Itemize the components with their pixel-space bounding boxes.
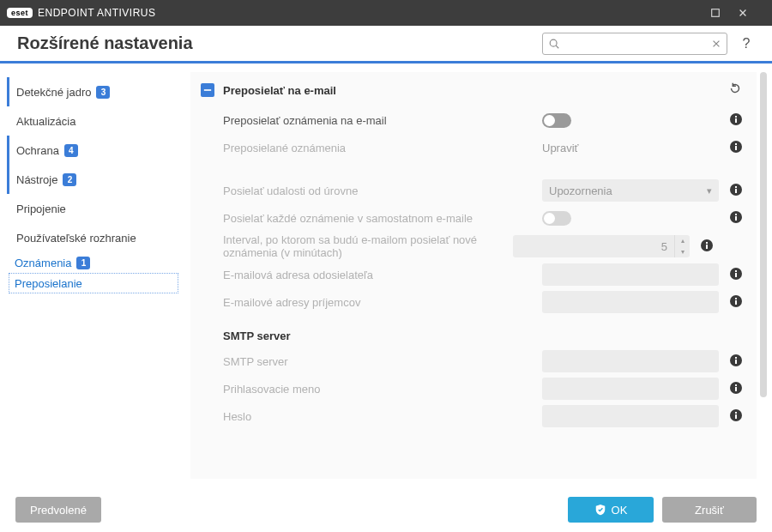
svg-rect-13 bbox=[735, 216, 737, 221]
brand: eset ENDPOINT ANTIVIRUS bbox=[7, 7, 155, 19]
info-icon[interactable] bbox=[729, 140, 743, 154]
row-label: E-mailová adresa odosielateľa bbox=[223, 269, 535, 281]
sidebar-subitem-preposielanie[interactable]: Preposielanie bbox=[9, 273, 178, 293]
info-icon[interactable] bbox=[729, 183, 743, 196]
svg-rect-11 bbox=[735, 186, 737, 188]
sidebar-item-label: Pripojenie bbox=[16, 203, 66, 215]
row-label: Preposielať oznámenia na e-mail bbox=[223, 114, 535, 127]
info-icon[interactable] bbox=[729, 354, 743, 367]
svg-rect-22 bbox=[735, 300, 737, 305]
row-label: Posielať udalosti od úrovne bbox=[223, 184, 535, 197]
row-separate-email: Posielať každé oznámenie v samostatnom e… bbox=[197, 204, 750, 232]
scrollbar-thumb[interactable] bbox=[760, 72, 767, 397]
settings-panel: Preposielať na e-mail Preposielať oznáme… bbox=[190, 72, 757, 479]
number-interval: 5 ▴ ▾ bbox=[513, 235, 690, 257]
sidebar-item-pripojenie[interactable]: Pripojenie bbox=[7, 194, 178, 223]
row-label: Prihlasovacie meno bbox=[223, 383, 535, 396]
cancel-button[interactable]: Zrušiť bbox=[662, 497, 757, 523]
section-title: Preposielať na e-mail bbox=[223, 84, 719, 97]
svg-rect-19 bbox=[735, 273, 737, 277]
sidebar-subitem-label: Preposielanie bbox=[15, 277, 82, 290]
row-sender-address: E-mailová adresa odosielateľa bbox=[197, 261, 750, 288]
sidebar-subitem-label: Oznámenia bbox=[15, 257, 71, 269]
svg-rect-31 bbox=[735, 414, 737, 419]
row-recipient-addresses: E-mailové adresy príjemcov bbox=[197, 288, 750, 316]
stepper-up-icon: ▴ bbox=[675, 235, 690, 246]
info-icon[interactable] bbox=[729, 267, 743, 281]
sidebar-item-pouzivatelske-rozhranie[interactable]: Používateľské rozhranie bbox=[7, 223, 178, 252]
sidebar-item-detekcne-jadro[interactable]: Detekčné jadro 3 bbox=[7, 77, 178, 106]
input-recipient-addresses bbox=[542, 291, 719, 313]
row-smtp-server: SMTP server bbox=[197, 348, 750, 375]
sidebar-item-label: Detekčné jadro bbox=[16, 86, 91, 99]
sidebar-badge: 1 bbox=[76, 257, 90, 269]
svg-rect-20 bbox=[735, 270, 737, 272]
edit-notifications-link: Upraviť bbox=[542, 142, 578, 154]
scrollbar[interactable] bbox=[760, 72, 767, 479]
sidebar-subitem-oznamenia[interactable]: Oznámenia 1 bbox=[9, 252, 178, 273]
svg-rect-28 bbox=[735, 387, 737, 391]
ok-button[interactable]: OK bbox=[568, 497, 654, 523]
sidebar-item-label: Nástroje bbox=[16, 173, 57, 186]
svg-rect-5 bbox=[735, 116, 737, 118]
window-maximize-button[interactable] bbox=[710, 8, 738, 18]
input-sender-address bbox=[542, 263, 719, 286]
footer: Predvolené OK Zrušiť bbox=[0, 487, 772, 532]
search-input[interactable] bbox=[565, 37, 706, 51]
svg-rect-16 bbox=[706, 245, 708, 249]
toggle-separate-email bbox=[542, 211, 571, 226]
row-label: Heslo bbox=[223, 410, 535, 423]
sidebar-badge: 3 bbox=[96, 86, 110, 99]
search-box[interactable] bbox=[542, 33, 727, 55]
input-smtp-server bbox=[542, 350, 719, 372]
sidebar-item-aktualizacia[interactable]: Aktualizácia bbox=[7, 106, 178, 136]
row-label: Interval, po ktorom sa budú e-mailom pos… bbox=[223, 233, 506, 259]
sidebar: Detekčné jadro 3 Aktualizácia Ochrana 4 … bbox=[0, 63, 185, 487]
section-collapse-button[interactable] bbox=[201, 83, 214, 97]
svg-rect-7 bbox=[735, 146, 737, 150]
window-titlebar: eset ENDPOINT ANTIVIRUS bbox=[0, 0, 772, 26]
sidebar-item-label: Používateľské rozhranie bbox=[16, 232, 136, 245]
row-label: Preposielané oznámenia bbox=[223, 142, 535, 154]
svg-rect-10 bbox=[735, 189, 737, 193]
section-reset-button[interactable] bbox=[727, 81, 746, 100]
toggle-forward-notifications[interactable] bbox=[542, 113, 571, 128]
svg-rect-23 bbox=[735, 298, 737, 299]
svg-rect-29 bbox=[735, 384, 737, 386]
svg-rect-8 bbox=[735, 143, 737, 145]
svg-rect-17 bbox=[706, 242, 708, 244]
sidebar-badge: 4 bbox=[64, 144, 78, 157]
info-icon[interactable] bbox=[729, 294, 743, 308]
info-icon[interactable] bbox=[729, 408, 743, 422]
info-icon[interactable] bbox=[700, 239, 714, 252]
window-close-button[interactable] bbox=[738, 8, 765, 18]
select-value: Upozornenia bbox=[549, 184, 612, 197]
row-smtp-username: Prihlasovacie meno bbox=[197, 375, 750, 402]
page-title: Rozšírené nastavenia bbox=[17, 33, 532, 53]
help-button[interactable]: ? bbox=[738, 36, 755, 51]
row-label: E-mailové adresy príjemcov bbox=[223, 296, 535, 309]
input-smtp-username bbox=[542, 378, 719, 400]
sidebar-badge: 2 bbox=[63, 173, 76, 186]
info-icon[interactable] bbox=[729, 210, 743, 224]
stepper-down-icon: ▾ bbox=[675, 246, 690, 257]
info-icon[interactable] bbox=[729, 112, 743, 126]
info-icon[interactable] bbox=[729, 381, 743, 395]
page-header: Rozšírené nastavenia ? bbox=[0, 26, 772, 63]
svg-rect-2 bbox=[204, 89, 211, 91]
sidebar-item-label: Ochrana bbox=[16, 144, 59, 157]
defaults-button[interactable]: Predvolené bbox=[15, 497, 101, 523]
sidebar-item-nastroje[interactable]: Nástroje 2 bbox=[7, 165, 178, 194]
ok-label: OK bbox=[612, 504, 628, 517]
shield-icon bbox=[594, 504, 606, 516]
chevron-down-icon: ▾ bbox=[707, 185, 712, 196]
product-name: ENDPOINT ANTIVIRUS bbox=[38, 7, 155, 19]
select-event-level: Upozornenia ▾ bbox=[542, 179, 719, 202]
row-send-from-level: Posielať udalosti od úrovne Upozornenia … bbox=[197, 177, 750, 204]
sidebar-item-ochrana[interactable]: Ochrana 4 bbox=[7, 136, 178, 165]
svg-rect-25 bbox=[735, 360, 737, 364]
smtp-section-title: SMTP server bbox=[197, 316, 750, 348]
clear-search-icon[interactable] bbox=[711, 39, 721, 49]
svg-rect-26 bbox=[735, 357, 737, 359]
svg-rect-4 bbox=[735, 118, 737, 123]
